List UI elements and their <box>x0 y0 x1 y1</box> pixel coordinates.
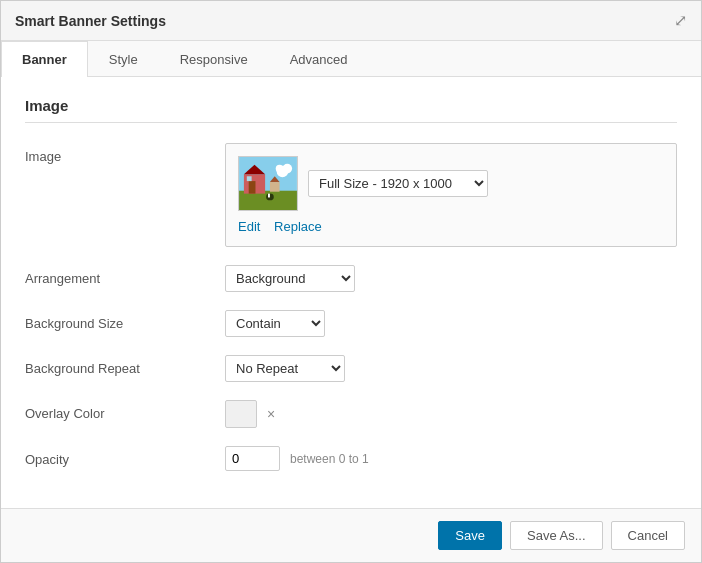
background-size-field-label: Background Size <box>25 310 225 331</box>
image-field-label: Image <box>25 143 225 164</box>
opacity-helper: between 0 to 1 <box>290 452 369 466</box>
tab-responsive[interactable]: Responsive <box>159 41 269 77</box>
arrangement-select[interactable]: Background Cover Contain Tile <box>225 265 355 292</box>
image-size-select[interactable]: Full Size - 1920 x 1000 Large Medium Thu… <box>308 170 488 197</box>
expand-icon[interactable]: ⤢ <box>674 11 687 30</box>
arrangement-field-value: Background Cover Contain Tile <box>225 265 677 292</box>
svg-point-10 <box>276 165 284 173</box>
overlay-color-field-label: Overlay Color <box>25 400 225 421</box>
opacity-field-row: Opacity between 0 to 1 <box>25 446 677 471</box>
image-field-row: Image <box>25 143 677 247</box>
background-repeat-field-value: No Repeat Repeat Repeat X Repeat Y <box>225 355 677 382</box>
background-repeat-field-label: Background Repeat <box>25 355 225 376</box>
overlay-color-field-row: Overlay Color × <box>25 400 677 428</box>
tab-advanced[interactable]: Advanced <box>269 41 369 77</box>
dialog-footer: Save Save As... Cancel <box>1 508 701 562</box>
dialog-title: Smart Banner Settings <box>15 13 166 29</box>
tab-banner[interactable]: Banner <box>1 41 88 77</box>
smart-banner-settings-dialog: Smart Banner Settings ⤢ Banner Style Res… <box>0 0 702 563</box>
image-field-value: Full Size - 1920 x 1000 Large Medium Thu… <box>225 143 677 247</box>
image-preview <box>238 156 298 211</box>
tab-style[interactable]: Style <box>88 41 159 77</box>
background-size-field-value: Contain Cover Auto <box>225 310 677 337</box>
opacity-field-label: Opacity <box>25 446 225 467</box>
section-image-title: Image <box>25 97 677 123</box>
svg-rect-11 <box>266 194 274 201</box>
opacity-row: between 0 to 1 <box>225 446 677 471</box>
replace-image-link[interactable]: Replace <box>274 219 322 234</box>
edit-image-link[interactable]: Edit <box>238 219 260 234</box>
save-as-button[interactable]: Save As... <box>510 521 603 550</box>
color-swatch[interactable] <box>225 400 257 428</box>
arrangement-field-label: Arrangement <box>25 265 225 286</box>
cancel-button[interactable]: Cancel <box>611 521 685 550</box>
color-clear-button[interactable]: × <box>261 404 281 424</box>
image-actions: Edit Replace <box>238 219 664 234</box>
arrangement-field-row: Arrangement Background Cover Contain Til… <box>25 265 677 292</box>
opacity-field-value: between 0 to 1 <box>225 446 677 471</box>
svg-rect-4 <box>249 181 256 194</box>
svg-rect-6 <box>270 182 280 192</box>
tabs-bar: Banner Style Responsive Advanced <box>1 41 701 77</box>
background-repeat-field-row: Background Repeat No Repeat Repeat Repea… <box>25 355 677 382</box>
image-controls: Full Size - 1920 x 1000 Large Medium Thu… <box>225 143 677 247</box>
image-top-row: Full Size - 1920 x 1000 Large Medium Thu… <box>238 156 664 211</box>
background-size-field-row: Background Size Contain Cover Auto <box>25 310 677 337</box>
svg-rect-12 <box>268 194 270 198</box>
dialog-header: Smart Banner Settings ⤢ <box>1 1 701 41</box>
background-size-select[interactable]: Contain Cover Auto <box>225 310 325 337</box>
overlay-color-field-value: × <box>225 400 677 428</box>
color-field: × <box>225 400 677 428</box>
background-repeat-select[interactable]: No Repeat Repeat Repeat X Repeat Y <box>225 355 345 382</box>
svg-point-9 <box>282 164 292 174</box>
opacity-input[interactable] <box>225 446 280 471</box>
save-button[interactable]: Save <box>438 521 502 550</box>
svg-rect-5 <box>247 176 252 181</box>
dialog-content: Image Image <box>1 77 701 508</box>
